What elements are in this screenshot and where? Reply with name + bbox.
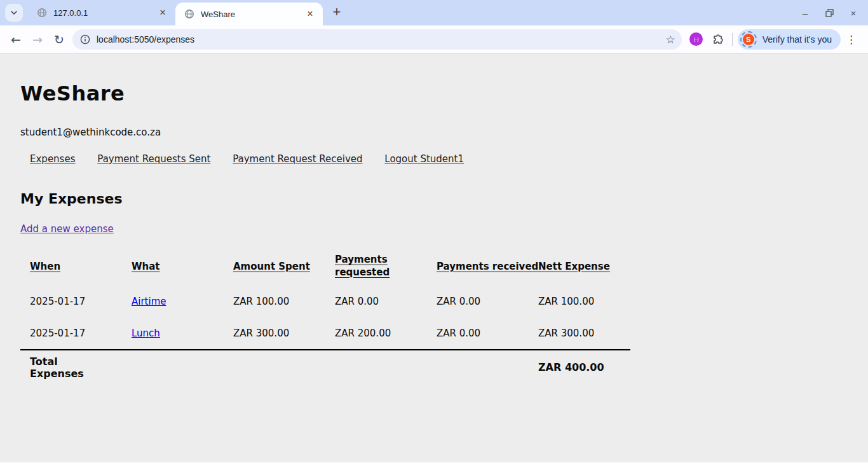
expense-link-lunch[interactable]: Lunch	[132, 328, 160, 339]
cell-requested: ZAR 200.00	[325, 317, 427, 350]
cell-amount: ZAR 100.00	[224, 285, 325, 317]
extensions-puzzle-icon[interactable]	[708, 30, 727, 49]
table-row: 2025-01-17 Lunch ZAR 300.00 ZAR 200.00 Z…	[20, 317, 630, 350]
header-nett-expense: Nett Expense	[538, 261, 610, 272]
table-header-row: When What Amount Spent Payments requeste…	[20, 254, 630, 285]
total-value: ZAR 400.00	[529, 350, 630, 384]
cell-amount: ZAR 300.00	[224, 317, 325, 350]
toolbar-separator	[732, 33, 733, 46]
header-payments-received: Payments received	[437, 261, 538, 272]
expenses-table: When What Amount Spent Payments requeste…	[20, 254, 630, 384]
header-when: When	[30, 261, 60, 272]
puzzle-icon	[711, 33, 724, 46]
tab-strip: 127.0.0.1 × WeShare × + – ×	[0, 0, 868, 25]
tab-title: 127.0.0.1	[53, 8, 156, 18]
site-nav: Expenses Payment Requests Sent Payment R…	[20, 153, 848, 165]
cell-requested: ZAR 0.00	[325, 285, 427, 317]
expense-link-airtime[interactable]: Airtime	[132, 296, 166, 307]
close-window-button[interactable]: ×	[845, 4, 862, 21]
tab-close-icon[interactable]: ×	[304, 8, 316, 20]
back-button[interactable]: ←	[5, 29, 27, 50]
nav-link-expenses[interactable]: Expenses	[30, 153, 75, 165]
tab-close-icon[interactable]: ×	[156, 6, 169, 19]
globe-favicon-icon	[184, 9, 194, 19]
header-payments-requested: Payments requested	[335, 254, 393, 279]
browser-toolbar: ← → ↻ localhost:5050/expenses ☆ (···) S …	[0, 25, 868, 53]
tab-127001[interactable]: 127.0.0.1 ×	[28, 0, 175, 25]
restore-button[interactable]	[821, 4, 837, 21]
restore-icon	[825, 9, 834, 17]
add-expense-link[interactable]: Add a new expense	[20, 223, 114, 235]
page-title: WeShare	[20, 53, 848, 106]
cell-received: ZAR 0.00	[427, 285, 529, 317]
bookmark-star-icon[interactable]: ☆	[665, 33, 675, 46]
section-title: My Expenses	[20, 191, 848, 207]
user-email: student1@wethinkcode.co.za	[20, 127, 848, 138]
cell-received: ZAR 0.00	[427, 317, 529, 350]
cell-when: 2025-01-17	[20, 285, 122, 317]
header-amount-spent: Amount Spent	[233, 261, 310, 272]
nav-link-payment-request-received[interactable]: Payment Request Received	[233, 153, 362, 165]
chevron-down-icon	[10, 9, 18, 17]
nav-link-payment-requests-sent[interactable]: Payment Requests Sent	[97, 153, 210, 165]
avatar: S	[743, 34, 754, 45]
tab-weshare-active[interactable]: WeShare ×	[175, 3, 323, 25]
site-info-icon[interactable]	[80, 34, 90, 45]
purple-extension-icon[interactable]: (···)	[689, 32, 703, 46]
address-bar[interactable]: localhost:5050/expenses ☆	[72, 29, 682, 50]
new-tab-button[interactable]: +	[328, 4, 346, 22]
window-controls: – ×	[797, 0, 862, 25]
globe-favicon-icon	[37, 8, 47, 18]
header-what: What	[132, 261, 160, 272]
reload-button[interactable]: ↻	[48, 29, 70, 50]
cell-nett: ZAR 300.00	[529, 317, 630, 350]
nav-link-logout[interactable]: Logout Student1	[384, 153, 464, 165]
tab-title: WeShare	[201, 10, 304, 19]
cell-nett: ZAR 100.00	[529, 285, 630, 317]
browser-menu-kebab-icon[interactable]: ⋮	[846, 33, 857, 46]
cell-when: 2025-01-17	[20, 317, 122, 350]
verify-label: Verify that it's you	[763, 34, 832, 45]
table-row: 2025-01-17 Airtime ZAR 100.00 ZAR 0.00 Z…	[20, 285, 630, 317]
tab-search-button[interactable]	[5, 4, 23, 22]
forward-button[interactable]: →	[27, 29, 48, 50]
url-text[interactable]: localhost:5050/expenses	[97, 34, 665, 45]
total-label: Total Expenses	[20, 350, 122, 384]
profile-verify-button[interactable]: S Verify that it's you	[738, 29, 841, 50]
total-row: Total Expenses ZAR 400.00	[20, 350, 630, 384]
page-content: WeShare student1@wethinkcode.co.za Expen…	[0, 53, 868, 462]
minimize-button[interactable]: –	[797, 4, 813, 21]
sync-dashed-ring-icon: S	[740, 31, 757, 48]
